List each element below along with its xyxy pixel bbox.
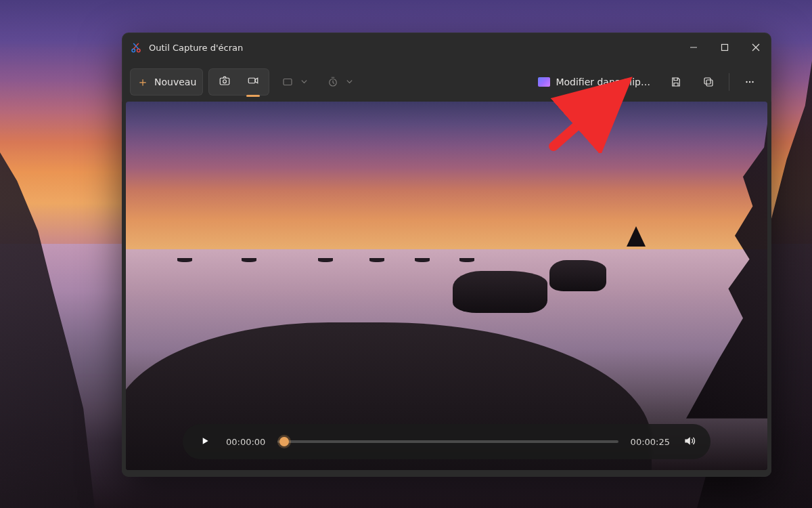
content-area: 00:00:00 00:00:25 (122, 102, 771, 477)
capture-shape-dropdown[interactable] (275, 68, 315, 96)
toolbar: ＋ Nouveau (122, 62, 771, 102)
close-button[interactable] (740, 33, 771, 62)
svg-point-10 (746, 81, 747, 83)
window-controls (678, 33, 771, 62)
plus-icon: ＋ (137, 74, 149, 90)
svg-rect-3 (221, 78, 230, 85)
delay-timer-dropdown[interactable] (320, 68, 360, 96)
edit-in-clipchamp-label: Modifier dans Clip… (556, 77, 650, 87)
more-menu-button[interactable] (736, 68, 763, 96)
current-time: 00:00:00 (226, 437, 265, 447)
svg-point-4 (223, 80, 227, 83)
titlebar[interactable]: Outil Capture d'écran (122, 33, 771, 62)
svg-rect-8 (706, 80, 713, 86)
window-title: Outil Capture d'écran (149, 43, 243, 53)
play-button[interactable] (196, 433, 214, 450)
copy-button[interactable] (695, 68, 722, 96)
seek-thumb[interactable] (279, 437, 289, 446)
chevron-down-icon (346, 77, 353, 87)
svg-point-1 (137, 49, 141, 52)
volume-icon (683, 434, 696, 450)
volume-button[interactable] (682, 434, 697, 449)
video-mode-button[interactable] (240, 71, 267, 93)
snipping-tool-window: Outil Capture d'écran ＋ Nouveau (122, 33, 771, 477)
timer-icon (327, 76, 339, 88)
clipchamp-icon (538, 77, 550, 87)
play-icon (200, 436, 210, 448)
svg-rect-9 (704, 78, 710, 84)
chevron-down-icon (300, 77, 308, 87)
new-capture-button[interactable]: ＋ Nouveau (130, 68, 203, 96)
svg-rect-6 (284, 79, 292, 85)
capture-mode-segmented (208, 68, 269, 96)
minimize-button[interactable] (678, 33, 709, 62)
svg-point-12 (752, 81, 753, 83)
save-icon (670, 76, 682, 88)
edit-in-clipchamp-button[interactable]: Modifier dans Clip… (531, 68, 657, 96)
svg-rect-5 (249, 78, 256, 83)
video-preview[interactable] (126, 102, 767, 470)
seek-track[interactable] (277, 440, 618, 443)
new-capture-label: Nouveau (154, 77, 196, 87)
video-icon (247, 75, 259, 89)
svg-point-0 (132, 49, 135, 52)
copy-icon (702, 76, 715, 88)
duration: 00:00:25 (631, 437, 670, 447)
svg-rect-2 (722, 45, 728, 51)
save-button[interactable] (662, 68, 690, 96)
video-player-bar: 00:00:00 00:00:25 (183, 424, 710, 459)
more-icon (744, 76, 756, 88)
toolbar-separator (729, 73, 729, 91)
camera-icon (219, 75, 231, 89)
snipping-tool-icon (130, 41, 142, 54)
capture-shape-icon (281, 76, 294, 88)
photo-mode-button[interactable] (211, 71, 238, 93)
maximize-button[interactable] (709, 33, 740, 62)
svg-point-11 (749, 81, 750, 83)
